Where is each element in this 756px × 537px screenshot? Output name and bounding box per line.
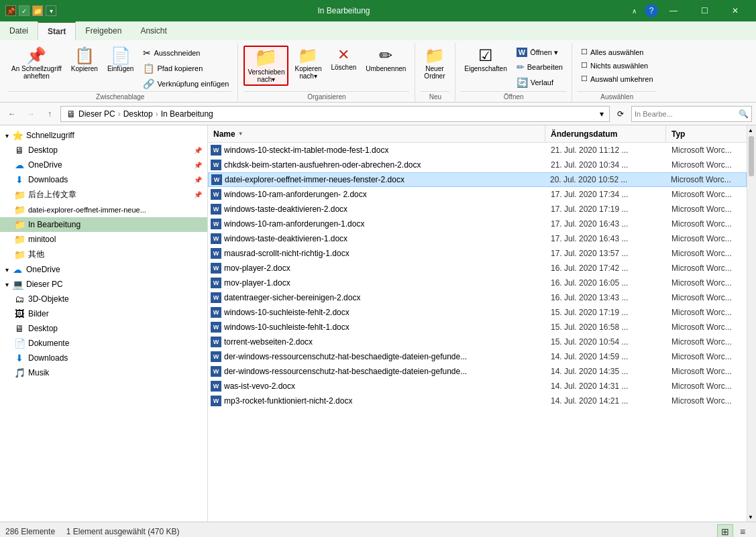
table-row[interactable]: W datentraeger-sicher-bereinigen-2.docx …	[208, 290, 747, 305]
sidebar-item-dieserpc[interactable]: ▾ 💻 Dieser PC	[0, 277, 207, 292]
up-button[interactable]: ↑	[42, 106, 58, 122]
address-dropdown[interactable]: ▾	[600, 109, 604, 119]
allesauswaehlen-button[interactable]: ☐ Alles auswählen	[578, 46, 657, 58]
file-name-cell: W mausrad-scrollt-nicht-richtig-1.docx	[208, 248, 545, 259]
search-box[interactable]: 🔍	[631, 106, 752, 122]
file-type-cell: Microsoft Worc...	[666, 263, 747, 273]
close-button[interactable]: ✕	[720, 0, 751, 21]
table-row[interactable]: W was-ist-vevo-2.docx 14. Jul. 2020 14:3…	[208, 379, 747, 394]
table-row[interactable]: W windows-10-ram-anforderungen- 2.docx 1…	[208, 187, 747, 202]
col-type[interactable]: Typ	[666, 125, 747, 142]
sidebar-item-onedrive[interactable]: ☁ OneDrive 📌	[0, 158, 207, 172]
list-view-button[interactable]: ≡	[735, 524, 751, 538]
table-row[interactable]: W windows-10-suchleiste-fehlt-1.docx 15.…	[208, 320, 747, 335]
table-row[interactable]: W mov-player-1.docx 16. Jul. 2020 16:05 …	[208, 276, 747, 290]
downloads-icon: ⬇	[13, 174, 25, 185]
verschieben-button[interactable]: 📁 Verschiebennach▾	[244, 46, 288, 86]
table-row[interactable]: W der-windows-ressourcenschutz-hat-besch…	[208, 364, 747, 379]
sidebar-item-chinese2[interactable]: 📁 其他	[0, 247, 207, 262]
address-path[interactable]: 🖥 Dieser PC › Desktop › In Bearbeitung ▾	[60, 106, 610, 122]
table-row[interactable]: W mausrad-scrollt-nicht-richtig-1.docx 1…	[208, 246, 747, 261]
main-layout: ▾ ⭐ Schnellzugriff 🖥 Desktop 📌 ☁ OneDriv…	[0, 125, 756, 522]
anheften-button[interactable]: 📌 An Schnellzugriffanheften	[8, 46, 65, 82]
word-file-icon: W	[211, 174, 222, 185]
sidebar-item-downloads[interactable]: ⬇ Downloads 📌	[0, 172, 207, 187]
umbenennen-button[interactable]: ✏ Umbenennen	[362, 46, 409, 74]
bearbeiten-button[interactable]: ✏ Bearbeiten	[513, 60, 566, 74]
sidebar-item-inbearbeitung[interactable]: 📁 In Bearbeitung	[0, 217, 207, 232]
kopieren-button[interactable]: 📋 Kopieren	[68, 46, 101, 74]
kopierennach-button[interactable]: 📁 Kopierennach▾	[291, 46, 325, 82]
scroll-up-button[interactable]: ▲	[747, 125, 754, 135]
file-date-cell: 21. Jul. 2020 10:34 ...	[545, 160, 666, 170]
dropdown-icon[interactable]: ▾	[46, 5, 56, 16]
table-row[interactable]: W windows-taste-deaktivieren-2.docx 17. …	[208, 202, 747, 217]
table-row[interactable]: W windows-10-suchleiste-fehlt-2.docx 15.…	[208, 305, 747, 320]
forward-button[interactable]: →	[23, 106, 39, 122]
loeschen-button[interactable]: ✕ Löschen	[328, 46, 360, 73]
table-row[interactable]: W windows-10-steckt-im-tablet-mode-fest-…	[208, 143, 747, 158]
breadcrumb-pc[interactable]: Dieser PC	[78, 109, 115, 119]
auswahlumswaehlen-button[interactable]: ☐ Auswahl umkehren	[578, 72, 657, 85]
col-type-label: Typ	[671, 129, 685, 139]
sidebar-item-dokumente[interactable]: 📄 Dokumente	[0, 336, 207, 351]
file-name-text: der-windows-ressourcenschutz-hat-beschae…	[224, 352, 467, 361]
sidebar-item-desktop2[interactable]: 🖥 Desktop	[0, 321, 207, 336]
eigenschaften-button[interactable]: ☑ Eigenschaften	[461, 46, 510, 74]
col-name[interactable]: Name ▼	[208, 125, 545, 142]
table-row[interactable]: W chkdsk-beim-starten-ausfuehren-oder-ab…	[208, 158, 747, 172]
col-date[interactable]: Änderungsdatum	[545, 125, 666, 142]
help-icon[interactable]: ?	[645, 4, 658, 17]
table-row[interactable]: W windows-10-ram-anforderungen-1.docx 17…	[208, 217, 747, 231]
sidebar-item-chinese1[interactable]: 📁 后台上传文章 📌	[0, 187, 207, 202]
pfadkopieren-button[interactable]: 📋 Pfad kopieren	[140, 61, 232, 76]
folder-minitool-icon: 📁	[13, 234, 25, 245]
sidebar-item-dateiexp[interactable]: 📁 datei-explorer-oeffnet-immer-neue...	[0, 202, 207, 217]
nichtsauswaehlen-button[interactable]: ☐ Nichts auswählen	[578, 59, 657, 72]
tab-datei[interactable]: Datei	[0, 21, 38, 40]
einfuegen-button[interactable]: 📄 Einfügen	[104, 46, 137, 74]
table-row[interactable]: W mov-player-2.docx 16. Jul. 2020 17:42 …	[208, 261, 747, 276]
scroll-down-button[interactable]: ▼	[747, 512, 754, 522]
maximize-button[interactable]: ☐	[689, 0, 720, 21]
pin-large-icon: 📌	[26, 48, 46, 64]
back-button[interactable]: ←	[4, 106, 20, 122]
sidebar-item-schnellzugriff[interactable]: ▾ ⭐ Schnellzugriff	[0, 128, 207, 143]
sidebar-item-bilder[interactable]: 🖼 Bilder	[0, 306, 207, 321]
sidebar-item-onedrive-section[interactable]: ▾ ☁ OneDrive	[0, 262, 207, 277]
tab-ansicht[interactable]: Ansicht	[131, 21, 176, 40]
oeffnen-small-button[interactable]: W Öffnen ▾	[513, 46, 566, 59]
file-name-cell: W der-windows-ressourcenschutz-hat-besch…	[208, 366, 545, 377]
table-row[interactable]: W torrent-webseiten-2.docx 15. Jul. 2020…	[208, 335, 747, 349]
breadcrumb-current[interactable]: In Bearbeitung	[161, 109, 213, 119]
file-date-cell: 14. Jul. 2020 14:31 ...	[545, 381, 666, 391]
ausschneiden-button[interactable]: ✂ Ausschneiden	[140, 46, 232, 60]
sidebar-item-musik[interactable]: 🎵 Musik	[0, 365, 207, 380]
table-row[interactable]: W windows-taste-deaktivieren-1.docx 17. …	[208, 231, 747, 246]
table-row[interactable]: W mp3-rocket-funktioniert-nicht-2.docx 1…	[208, 394, 747, 408]
scrollbar-thumb[interactable]	[749, 136, 754, 176]
table-row[interactable]: W datei-explorer-oeffnet-immer-neues-fen…	[208, 172, 747, 187]
sidebar-item-downloads2[interactable]: ⬇ Downloads	[0, 351, 207, 365]
breadcrumb-desktop[interactable]: Desktop	[123, 109, 153, 119]
sidebar-item-3dobjekte[interactable]: 🗂 3D-Objekte	[0, 292, 207, 306]
sidebar-item-minitool[interactable]: 📁 minitool	[0, 232, 207, 247]
tab-start[interactable]: Start	[38, 21, 76, 40]
file-date-cell: 17. Jul. 2020 17:34 ...	[545, 190, 666, 199]
grid-view-button[interactable]: ⊞	[717, 524, 733, 538]
minimize-button[interactable]: —	[658, 0, 689, 21]
verknuepfung-button[interactable]: 🔗 Verknüpfung einfügen	[140, 76, 232, 91]
refresh-button[interactable]: ⟳	[612, 106, 629, 122]
tab-freigeben[interactable]: Freigeben	[76, 21, 131, 40]
verlauf-button[interactable]: 🔄 Verlauf	[513, 75, 566, 90]
file-type-cell: Microsoft Worc...	[666, 337, 747, 347]
neuerordner-button[interactable]: 📁 NeuerOrdner	[421, 46, 448, 82]
file-name-cell: W windows-10-ram-anforderungen- 2.docx	[208, 189, 545, 200]
ribbon-toggle[interactable]: ∧	[626, 0, 642, 21]
sidebar: ▾ ⭐ Schnellzugriff 🖥 Desktop 📌 ☁ OneDriv…	[0, 125, 208, 522]
sidebar-item-desktop[interactable]: 🖥 Desktop 📌	[0, 143, 207, 158]
vertical-scrollbar[interactable]: ▲ ▼	[747, 125, 756, 522]
search-input[interactable]	[635, 110, 736, 118]
table-row[interactable]: W der-windows-ressourcenschutz-hat-besch…	[208, 349, 747, 364]
word-file-icon: W	[211, 366, 221, 377]
